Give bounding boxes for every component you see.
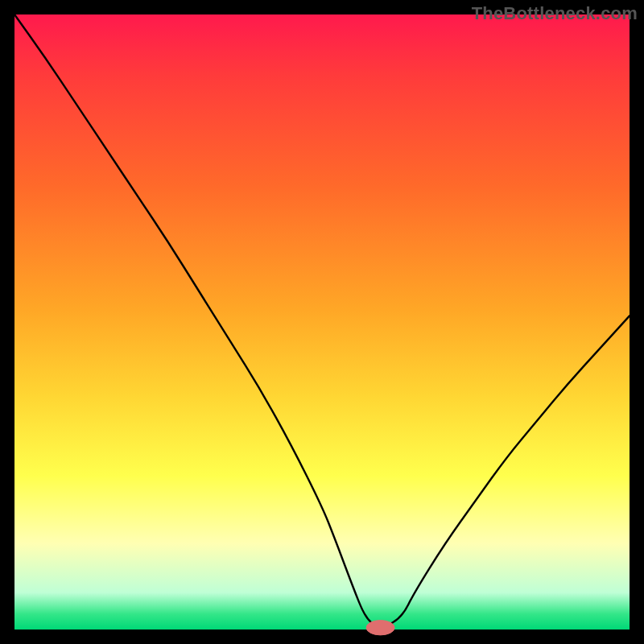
- optimal-point-marker: [366, 621, 394, 635]
- chart-svg: [14, 14, 630, 630]
- bottleneck-curve: [14, 14, 630, 628]
- plot-area: [14, 14, 630, 630]
- chart-container: TheBottleneck.com: [0, 0, 644, 644]
- watermark-text: TheBottleneck.com: [472, 3, 638, 24]
